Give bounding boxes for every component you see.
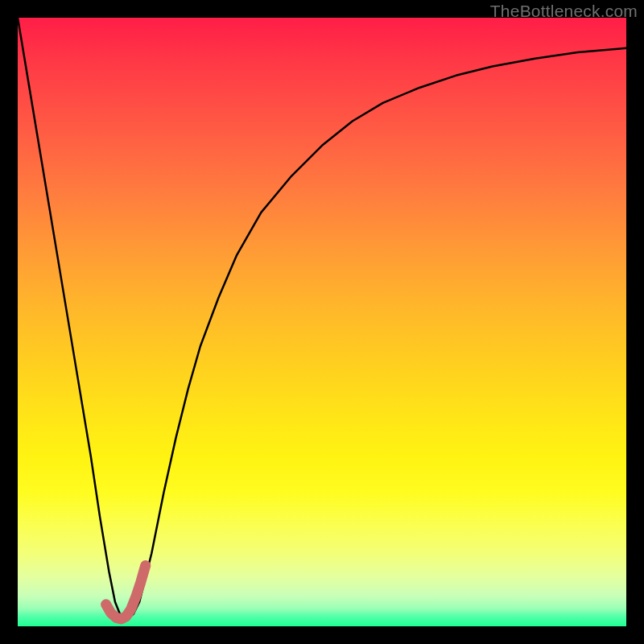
chart-frame: TheBottleneck.com [0, 0, 644, 644]
plot-area [18, 18, 626, 626]
watermark-text: TheBottleneck.com [490, 2, 638, 21]
bottleneck-curve [18, 18, 626, 619]
highlight-j-mark [106, 565, 146, 619]
curve-layer [18, 18, 626, 626]
